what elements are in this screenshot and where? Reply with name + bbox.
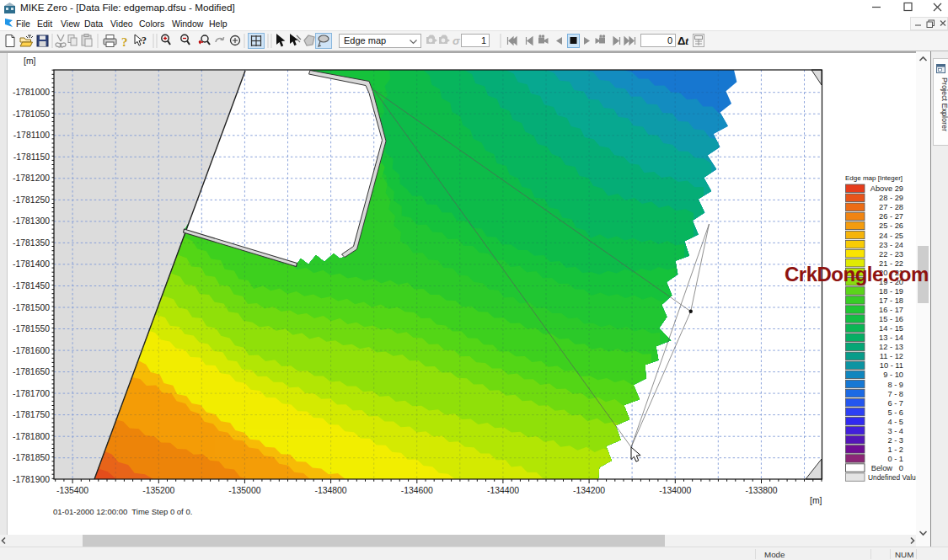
svg-text:8 - 9: 8 - 9 [887,381,903,389]
svg-text:-134800: -134800 [315,486,347,495]
svg-text:Above 29: Above 29 [870,184,903,193]
svg-text:Edge map [Integer]: Edge map [Integer] [845,174,902,182]
svg-text:28 - 29: 28 - 29 [879,194,903,202]
svg-text:-1781500: -1781500 [13,303,50,312]
svg-text:-133800: -133800 [745,486,777,495]
svg-text:17 - 18: 17 - 18 [879,296,903,305]
svg-text:5 - 6: 5 - 6 [887,408,903,417]
svg-text:26 - 27: 26 - 27 [879,212,903,221]
svg-text:-134400: -134400 [487,486,519,495]
svg-text:Δt: Δt [678,35,688,47]
svg-text:-1781400: -1781400 [13,259,50,269]
svg-text:-1781800: -1781800 [13,432,50,441]
svg-text:12 - 13: 12 - 13 [879,343,903,351]
svg-text:-135400: -135400 [56,486,88,495]
svg-text:Below 0: Below 0 [871,464,903,472]
svg-text:-135000: -135000 [228,486,260,495]
svg-text:[m]: [m] [810,496,822,505]
svg-text:-1781250: -1781250 [13,195,50,205]
svg-text:9 - 10: 9 - 10 [883,371,903,379]
svg-text:-1781600: -1781600 [13,346,50,355]
svg-text:?: ? [142,35,147,46]
svg-text:25 - 26: 25 - 26 [879,221,903,230]
svg-text:3 - 4: 3 - 4 [887,427,903,435]
svg-text:11 - 12: 11 - 12 [880,352,903,360]
svg-text:[m]: [m] [24,56,36,66]
svg-text:4 - 5: 4 - 5 [887,418,903,426]
svg-text:-1781700: -1781700 [13,389,50,398]
svg-text:-134600: -134600 [401,486,433,495]
svg-text:01-01-2000 12:00:00 Time Step: 01-01-2000 12:00:00 Time Step 0 of 0. [53,507,192,516]
svg-text:23 - 24: 23 - 24 [879,241,903,249]
svg-text:7 - 8: 7 - 8 [887,390,903,398]
svg-text:15 - 16: 15 - 16 [879,315,903,323]
svg-text:27 - 28: 27 - 28 [879,203,903,211]
svg-text:-1781350: -1781350 [13,238,50,248]
svg-text:-1781150: -1781150 [13,152,50,162]
svg-text:-134200: -134200 [573,486,605,495]
svg-text:0 - 1: 0 - 1 [887,455,903,463]
svg-text:-1781450: -1781450 [13,281,50,291]
svg-text:10 - 11: 10 - 11 [880,361,903,370]
svg-text:-1781050: -1781050 [13,109,50,119]
svg-text:?: ? [121,35,128,49]
svg-text:-1781550: -1781550 [13,324,50,333]
svg-text:-1781650: -1781650 [13,367,50,376]
svg-text:18 - 19: 18 - 19 [879,287,903,296]
svg-text:Undefined Value: Undefined Value [868,473,920,482]
svg-text:6 - 7: 6 - 7 [887,399,903,408]
svg-text:-1781750: -1781750 [13,410,50,419]
svg-text:-1781000: -1781000 [13,88,50,97]
svg-text:-1781300: -1781300 [13,216,50,226]
svg-text:2 - 3: 2 - 3 [887,436,903,445]
svg-text:-134000: -134000 [659,486,691,495]
svg-text:24 - 25: 24 - 25 [879,232,903,240]
svg-text:22 - 23: 22 - 23 [879,250,903,259]
svg-text:-1781200: -1781200 [13,173,50,183]
svg-text:14 - 15: 14 - 15 [879,324,903,333]
svg-text:-1781850: -1781850 [13,453,50,462]
svg-text:16 - 17: 16 - 17 [879,306,903,314]
svg-text:-1781900: -1781900 [13,475,50,484]
svg-text:1 - 2: 1 - 2 [887,445,903,454]
svg-text:-135200: -135200 [142,486,174,495]
svg-text:-1781100: -1781100 [13,131,50,140]
svg-text:13 - 14: 13 - 14 [879,333,903,342]
